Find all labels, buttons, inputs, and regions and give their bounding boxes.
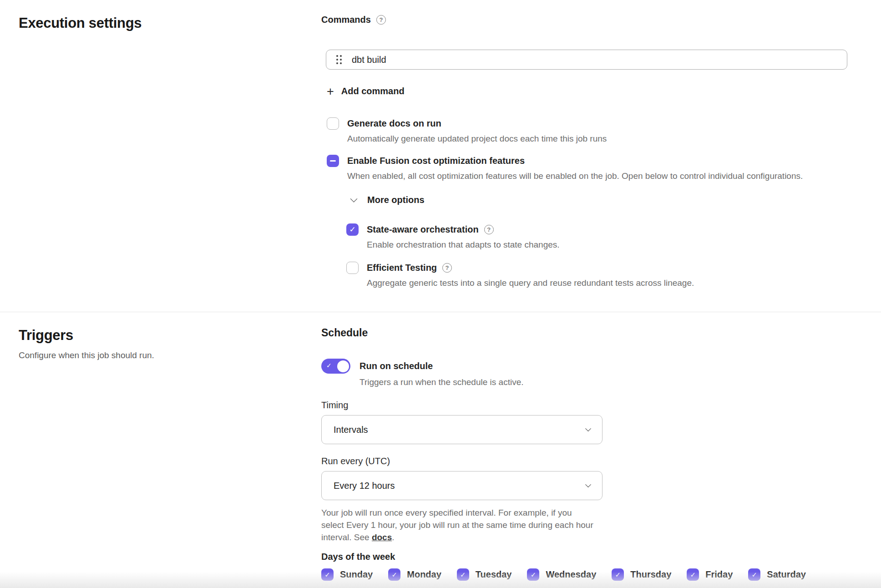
days-of-week-row: ✓ Sunday ✓ Monday ✓ Tuesday ✓ Wednesday … xyxy=(321,568,862,581)
triggers-title: Triggers xyxy=(19,326,321,345)
question-glyph: ? xyxy=(379,17,383,23)
drag-handle-icon[interactable] xyxy=(336,55,342,64)
execution-right-column: Commands ? dbt build + Add command Gener… xyxy=(321,14,862,312)
day-item-saturday[interactable]: ✓ Saturday xyxy=(748,568,806,581)
run-on-schedule-toggle[interactable]: ✓ xyxy=(321,359,350,374)
efficient-testing-row: Efficient Testing ? Aggregate generic te… xyxy=(346,261,862,289)
efficient-testing-body: Efficient Testing ? Aggregate generic te… xyxy=(367,261,694,289)
generate-docs-row: Generate docs on run Automatically gener… xyxy=(327,117,862,145)
day-label: Friday xyxy=(705,569,733,580)
fusion-optimization-checkbox[interactable] xyxy=(327,155,339,167)
day-item-sunday[interactable]: ✓ Sunday xyxy=(321,568,373,581)
triggers-section: Triggers Configure when this job should … xyxy=(0,312,881,588)
day-label: Thursday xyxy=(630,569,671,580)
indeterminate-dash-icon xyxy=(330,160,336,162)
schedule-heading: Schedule xyxy=(321,326,862,340)
commands-heading-row: Commands ? xyxy=(321,14,862,26)
day-item-thursday[interactable]: ✓ Thursday xyxy=(612,568,671,581)
check-icon: ✓ xyxy=(690,571,696,578)
tuesday-checkbox[interactable]: ✓ xyxy=(457,568,469,581)
day-label: Wednesday xyxy=(546,569,596,580)
fusion-optimization-description: When enabled, all cost optimization feat… xyxy=(347,170,803,182)
days-of-week-label: Days of the week xyxy=(321,551,862,563)
state-aware-description: Enable orchestration that adapts to stat… xyxy=(367,239,560,251)
state-aware-label[interactable]: State-aware orchestration ? xyxy=(367,223,560,236)
run-every-select[interactable]: Every 12 hours xyxy=(321,471,603,500)
efficient-testing-description: Aggregate generic tests into a single qu… xyxy=(367,277,694,289)
day-item-tuesday[interactable]: ✓ Tuesday xyxy=(457,568,512,581)
check-icon: ✓ xyxy=(460,571,466,578)
run-on-schedule-body: Run on schedule Triggers a run when the … xyxy=(359,359,523,388)
plus-icon: + xyxy=(327,87,334,96)
check-icon: ✓ xyxy=(615,571,621,578)
generate-docs-label[interactable]: Generate docs on run xyxy=(347,117,607,130)
check-icon: ✓ xyxy=(349,226,355,233)
chevron-down-icon xyxy=(350,195,358,203)
day-label: Sunday xyxy=(340,569,373,580)
triggers-right-column: Schedule ✓ Run on schedule Triggers a ru… xyxy=(321,326,862,588)
question-glyph: ? xyxy=(446,265,449,271)
execution-settings-section: Execution settings Commands ? dbt build … xyxy=(0,0,881,312)
check-icon: ✓ xyxy=(391,571,397,578)
run-every-label: Run every (UTC) xyxy=(321,455,862,467)
fusion-optimization-label[interactable]: Enable Fusion cost optimization features xyxy=(347,154,803,167)
more-options-label: More options xyxy=(367,194,425,206)
day-label: Monday xyxy=(407,569,441,580)
state-aware-body: State-aware orchestration ? Enable orche… xyxy=(367,223,560,251)
friday-checkbox[interactable]: ✓ xyxy=(687,568,699,581)
thursday-checkbox[interactable]: ✓ xyxy=(612,568,624,581)
day-item-wednesday[interactable]: ✓ Wednesday xyxy=(527,568,596,581)
commands-help-icon[interactable]: ? xyxy=(376,15,386,25)
fusion-optimization-row: Enable Fusion cost optimization features… xyxy=(327,154,862,182)
toggle-knob xyxy=(337,360,349,372)
check-icon: ✓ xyxy=(752,571,758,578)
state-aware-checkbox[interactable]: ✓ xyxy=(346,223,359,236)
triggers-subtitle: Configure when this job should run. xyxy=(19,350,321,361)
execution-settings-title: Execution settings xyxy=(19,14,321,33)
efficient-testing-help-icon[interactable]: ? xyxy=(442,263,452,273)
chevron-down-icon xyxy=(585,482,591,487)
saturday-checkbox[interactable]: ✓ xyxy=(748,568,760,581)
check-icon: ✓ xyxy=(531,571,537,578)
interval-help-text: Your job will run once every specified i… xyxy=(321,507,595,543)
generate-docs-checkbox[interactable] xyxy=(327,117,339,130)
run-on-schedule-description: Triggers a run when the schedule is acti… xyxy=(359,376,523,388)
add-command-button[interactable]: + Add command xyxy=(327,85,405,97)
state-aware-row: ✓ State-aware orchestration ? Enable orc… xyxy=(346,223,862,251)
question-glyph: ? xyxy=(487,227,491,233)
efficient-testing-label[interactable]: Efficient Testing ? xyxy=(367,261,694,274)
job-settings-page: Execution settings Commands ? dbt build … xyxy=(0,0,881,588)
commands-label: Commands xyxy=(321,15,371,25)
docs-link[interactable]: docs xyxy=(372,532,392,542)
check-icon: ✓ xyxy=(324,571,330,578)
efficient-testing-checkbox[interactable] xyxy=(346,262,359,274)
day-label: Tuesday xyxy=(476,569,512,580)
more-options-toggle[interactable]: More options xyxy=(351,194,425,206)
run-on-schedule-row: ✓ Run on schedule Triggers a run when th… xyxy=(321,359,862,388)
execution-left-column: Execution settings xyxy=(19,14,321,312)
command-value: dbt build xyxy=(352,55,386,65)
day-label: Saturday xyxy=(767,569,806,580)
add-command-label: Add command xyxy=(341,85,405,97)
fusion-optimization-body: Enable Fusion cost optimization features… xyxy=(347,154,803,182)
timing-label: Timing xyxy=(321,399,862,411)
sunday-checkbox[interactable]: ✓ xyxy=(321,568,334,581)
monday-checkbox[interactable]: ✓ xyxy=(388,568,400,581)
timing-select-value: Intervals xyxy=(334,425,368,435)
wednesday-checkbox[interactable]: ✓ xyxy=(527,568,539,581)
generate-docs-body: Generate docs on run Automatically gener… xyxy=(347,117,607,145)
day-item-monday[interactable]: ✓ Monday xyxy=(388,568,441,581)
toggle-check-icon: ✓ xyxy=(326,362,332,369)
triggers-left-column: Triggers Configure when this job should … xyxy=(19,326,321,588)
chevron-down-icon xyxy=(585,426,591,431)
generate-docs-description: Automatically generate updated project d… xyxy=(347,133,607,145)
state-aware-help-icon[interactable]: ? xyxy=(484,225,494,234)
command-input[interactable]: dbt build xyxy=(326,50,847,70)
run-on-schedule-label: Run on schedule xyxy=(359,359,523,374)
timing-select[interactable]: Intervals xyxy=(321,415,603,444)
run-every-select-value: Every 12 hours xyxy=(334,481,395,491)
day-item-friday[interactable]: ✓ Friday xyxy=(687,568,733,581)
